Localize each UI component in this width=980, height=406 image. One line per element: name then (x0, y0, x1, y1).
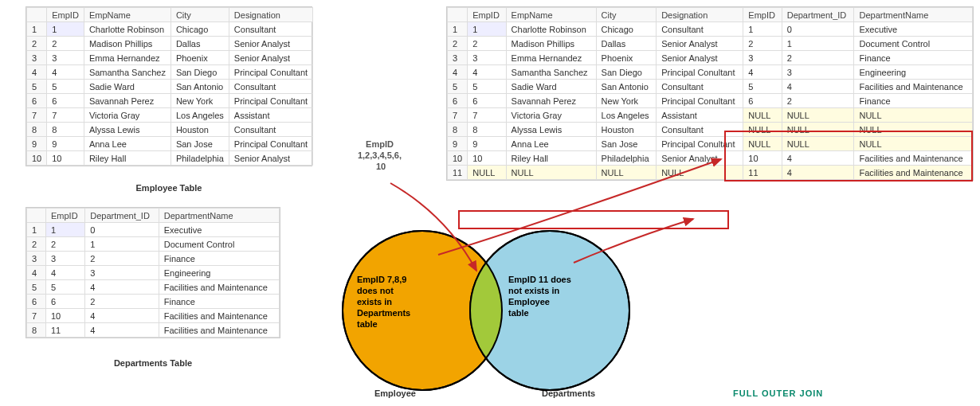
diagram-overlay: EmpID 7,8,9 does not exists in Departmen… (0, 0, 980, 406)
venn-top-label: EmpID 1,2,3,4,5,6, 10 (358, 139, 404, 171)
null-box-right (725, 131, 972, 181)
null-box-left (459, 211, 728, 228)
